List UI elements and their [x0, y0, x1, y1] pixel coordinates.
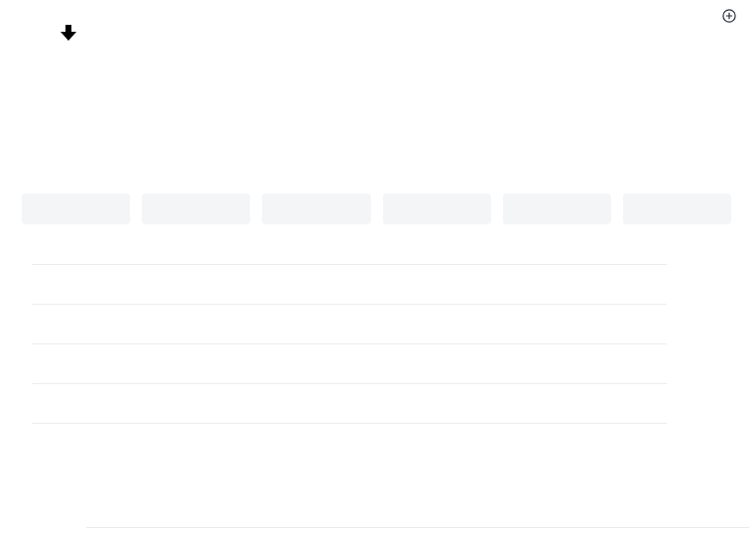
stat-turnover-rate — [35, 153, 191, 180]
stat-volume — [570, 99, 734, 126]
stat-amount — [570, 126, 734, 153]
volume-baseline — [86, 527, 749, 528]
stat-market-cap — [570, 153, 734, 180]
tab-five-day[interactable] — [142, 194, 250, 224]
stock-detail-page — [0, 0, 756, 533]
current-price-row — [33, 24, 76, 44]
stats-column-3 — [570, 99, 734, 180]
stat-open — [35, 99, 191, 126]
tab-weekly-k[interactable] — [383, 194, 491, 224]
add-watchlist-button[interactable] — [722, 9, 739, 23]
tab-one-year[interactable] — [623, 194, 731, 224]
stat-high — [308, 99, 458, 126]
chart-period-tabs — [22, 194, 731, 224]
stat-low — [308, 126, 458, 153]
stat-pe-ttm — [308, 153, 458, 180]
tab-intraday[interactable] — [22, 194, 130, 224]
tab-monthly-k[interactable] — [503, 194, 611, 224]
stats-column-2 — [308, 99, 458, 180]
intraday-price-chart[interactable] — [86, 238, 668, 427]
stat-prev-close — [35, 126, 191, 153]
stats-column-1 — [35, 99, 191, 180]
volume-bars-chart — [86, 485, 668, 528]
tab-daily-k[interactable] — [262, 194, 370, 224]
down-arrow-icon — [61, 25, 76, 45]
circle-plus-icon — [722, 9, 736, 23]
